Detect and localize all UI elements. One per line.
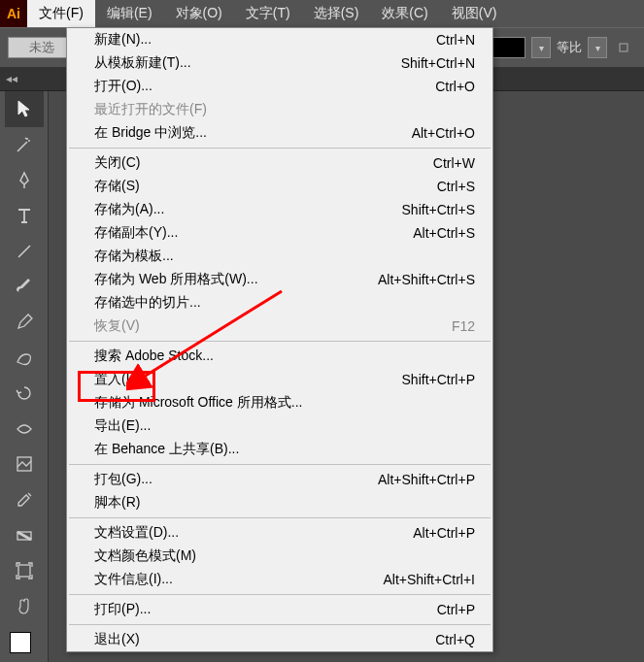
menu-item-label: 退出(X) [94,631,140,648]
menu-item-label: 新建(N)... [94,31,152,49]
menu-item-label: 从模板新建(T)... [94,54,191,72]
file-menu-item[interactable]: 搜索 Adobe Stock... [67,345,492,368]
menu-item-label: 在 Bridge 中浏览... [94,124,207,142]
menu-item-label: 打印(P)... [94,601,151,618]
menu-item-label: 存储选中的切片... [94,294,201,312]
menu-item-shortcut: Alt+Ctrl+O [412,125,475,141]
file-menu-item[interactable]: 存储为 Web 所用格式(W)...Alt+Shift+Ctrl+S [67,268,492,291]
image-trace-tool[interactable] [5,447,44,482]
blob-brush-tool[interactable] [5,340,44,376]
menu-item-label: 置入(L)... [94,371,150,388]
collapse-icon[interactable]: ◂◂ [6,72,17,85]
menu-separator [69,148,491,149]
link-icon[interactable] [613,37,634,58]
ratio-label: 等比 [557,39,582,56]
menu-item-label: 存储为模板... [94,248,174,265]
menu-item-label: 文档设置(D)... [94,524,179,542]
menu-item-shortcut: Alt+Ctrl+P [413,525,475,541]
menu-separator [69,341,491,342]
foreground-swatch[interactable] [10,632,31,653]
menu-separator [69,594,491,595]
file-menu-item[interactable]: 文件信息(I)...Alt+Shift+Ctrl+I [67,568,492,591]
menu-item-shortcut: Alt+Shift+Ctrl+I [383,572,475,587]
menu-item-label: 存储为 Microsoft Office 所用格式... [94,394,302,412]
pen-tool[interactable] [5,162,44,198]
type-tool[interactable] [5,198,44,234]
file-menu-item[interactable]: 文档颜色模式(M) [67,545,492,568]
menu-item-shortcut: Ctrl+N [436,32,475,48]
file-menu-item[interactable]: 退出(X)Ctrl+Q [67,628,492,651]
file-menu-item: 恢复(V)F12 [67,314,492,338]
menu-type[interactable]: 文字(T) [234,0,302,27]
file-menu-item[interactable]: 存储为(A)...Shift+Ctrl+S [67,198,492,221]
menu-item-label: 搜索 Adobe Stock... [94,348,214,365]
fill-stroke-swatch[interactable] [8,630,41,662]
file-menu-item[interactable]: 打开(O)...Ctrl+O [67,75,492,98]
menu-item-label: 脚本(R) [94,494,140,512]
menu-object[interactable]: 对象(O) [164,0,234,27]
ratio-dropdown[interactable]: ▾ [588,37,607,58]
menu-item-shortcut: Alt+Shift+Ctrl+S [378,272,475,287]
menu-item-label: 最近打开的文件(F) [94,101,207,118]
artboard-tool[interactable] [5,553,44,589]
menu-item-label: 文件信息(I)... [94,571,173,588]
file-menu-item[interactable]: 在 Bridge 中浏览...Alt+Ctrl+O [67,121,492,145]
file-menu-item[interactable]: 新建(N)...Ctrl+N [67,28,492,51]
menu-separator [69,624,491,625]
menu-item-shortcut: Ctrl+W [433,155,475,171]
menu-item-label: 恢复(V) [94,317,140,335]
file-menu-item[interactable]: 文档设置(D)...Alt+Ctrl+P [67,521,492,545]
menu-item-shortcut: F12 [452,318,475,334]
file-menu-item[interactable]: 打印(P)...Ctrl+P [67,598,492,621]
width-tool[interactable] [5,411,44,447]
file-menu-item[interactable]: 存储为模板... [67,245,492,268]
menu-file[interactable]: 文件(F) [27,0,95,27]
file-menu-item[interactable]: 存储副本(Y)...Alt+Ctrl+S [67,221,492,245]
menu-item-label: 关闭(C) [94,154,140,172]
menu-item-label: 打开(O)... [94,78,153,95]
magic-wand-tool[interactable] [5,127,44,163]
menu-item-label: 在 Behance 上共享(B)... [94,441,239,458]
file-menu-item[interactable]: 在 Behance 上共享(B)... [67,438,492,461]
menu-select[interactable]: 选择(S) [302,0,371,27]
menu-item-shortcut: Shift+Ctrl+P [402,372,475,387]
menu-separator [69,517,491,518]
menu-item-label: 打包(G)... [94,471,153,488]
selection-tool[interactable] [5,91,44,127]
file-menu-item[interactable]: 存储为 Microsoft Office 所用格式... [67,391,492,414]
menu-item-label: 存储(S) [94,178,140,195]
menu-item-shortcut: Shift+Ctrl+N [401,55,475,71]
file-menu-item[interactable]: 存储(S)Ctrl+S [67,175,492,198]
paintbrush-tool[interactable] [5,269,44,305]
menu-separator [69,464,491,465]
file-menu-item[interactable]: 关闭(C)Ctrl+W [67,151,492,175]
file-menu-item[interactable]: 导出(E)... [67,414,492,438]
menu-item-shortcut: Ctrl+Q [435,632,475,647]
gradient-tool[interactable] [5,517,44,553]
menu-bar: 文件(F) 编辑(E) 对象(O) 文字(T) 选择(S) 效果(C) 视图(V… [27,0,508,27]
file-menu-item[interactable]: 打包(G)...Alt+Shift+Ctrl+P [67,468,492,491]
file-menu-item[interactable]: 脚本(R) [67,491,492,514]
file-menu-item: 最近打开的文件(F) [67,98,492,121]
svg-rect-3 [18,565,30,577]
stroke-dropdown[interactable]: ▾ [531,37,551,58]
app-logo-icon: Ai [0,0,27,27]
file-menu-item[interactable]: 从模板新建(T)...Shift+Ctrl+N [67,51,492,75]
eyedropper-tool[interactable] [5,482,44,518]
menu-item-label: 导出(E)... [94,417,151,435]
menu-view[interactable]: 视图(V) [440,0,509,27]
file-menu-popup: 新建(N)...Ctrl+N从模板新建(T)...Shift+Ctrl+N打开(… [66,27,493,652]
file-menu-item[interactable]: 置入(L)...Shift+Ctrl+P [67,368,492,391]
menu-item-shortcut: Ctrl+P [437,602,475,617]
menu-item-shortcut: Ctrl+O [435,79,475,94]
menu-edit[interactable]: 编辑(E) [95,0,164,27]
menu-item-label: 存储为(A)... [94,201,164,218]
menu-item-shortcut: Ctrl+S [437,179,475,194]
menu-effect[interactable]: 效果(C) [370,0,439,27]
pencil-tool[interactable] [5,305,44,341]
line-segment-tool[interactable] [5,233,44,269]
menu-item-label: 存储副本(Y)... [94,224,178,242]
hand-tool[interactable] [5,589,44,625]
file-menu-item[interactable]: 存储选中的切片... [67,291,492,314]
rotate-tool[interactable] [5,376,44,412]
